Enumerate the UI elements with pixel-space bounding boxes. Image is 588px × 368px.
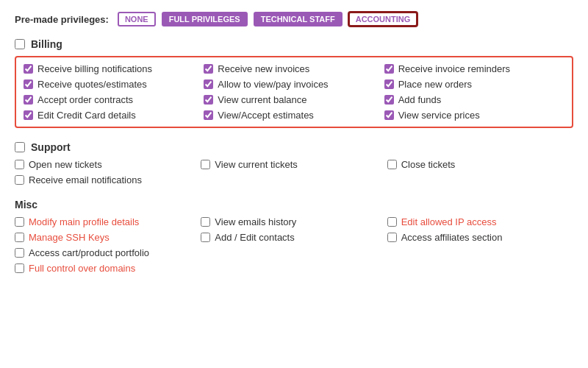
- billing-grid: Receive billing notifications Receive ne…: [24, 63, 564, 121]
- billing-cb-9[interactable]: [24, 110, 33, 120]
- misc-label-3[interactable]: Manage SSH Keys: [29, 232, 110, 243]
- misc-item-3: Manage SSH Keys: [15, 232, 201, 243]
- badge-accounting[interactable]: ACCOUNTING: [348, 12, 418, 26]
- billing-label-2[interactable]: Receive invoice reminders: [398, 63, 510, 74]
- billing-label-9[interactable]: Edit Credit Card details: [37, 110, 136, 121]
- billing-cb-2[interactable]: [384, 64, 394, 74]
- misc-cb-9[interactable]: [15, 263, 24, 273]
- billing-item-6: Accept order contracts: [24, 94, 204, 105]
- billing-title: Billing: [31, 38, 62, 50]
- billing-item-0: Receive billing notifications: [24, 63, 204, 74]
- support-title: Support: [31, 141, 71, 153]
- misc-section: Misc Modify main profile details View em…: [15, 199, 573, 274]
- billing-cb-7[interactable]: [204, 95, 213, 105]
- billing-box: Receive billing notifications Receive ne…: [15, 56, 573, 128]
- support-item-3: Receive email notifications: [15, 174, 201, 185]
- support-cb-2[interactable]: [387, 160, 397, 169]
- billing-cb-5[interactable]: [384, 79, 394, 89]
- billing-cb-10[interactable]: [204, 110, 213, 120]
- billing-label-4[interactable]: Allow to view/pay invoices: [218, 79, 328, 90]
- support-section: Support Open new tickets View current ti…: [15, 141, 573, 185]
- support-cb-3[interactable]: [15, 175, 24, 185]
- misc-grid: Modify main profile details View emails …: [15, 216, 573, 274]
- billing-item-7: View current balance: [204, 94, 384, 105]
- support-label-2[interactable]: Close tickets: [401, 159, 456, 170]
- support-cb-0[interactable]: [15, 160, 24, 169]
- billing-item-1: Receive new invoices: [204, 63, 384, 74]
- misc-label-0[interactable]: Modify main profile details: [29, 216, 139, 227]
- premade-privileges-row: Pre-made privileges: NONE FULL PRIVILEGE…: [15, 12, 573, 26]
- billing-header: Billing: [15, 38, 573, 50]
- misc-item-empty-1: [201, 247, 387, 258]
- misc-cb-2[interactable]: [387, 217, 397, 227]
- billing-item-10: View/Accept estimates: [204, 110, 384, 121]
- misc-cb-1[interactable]: [201, 217, 210, 227]
- misc-label-4[interactable]: Add / Edit contacts: [215, 232, 294, 243]
- billing-cb-8[interactable]: [384, 95, 394, 105]
- billing-item-8: Add funds: [384, 94, 564, 105]
- misc-item-2: Edit allowed IP access: [387, 216, 573, 227]
- billing-label-6[interactable]: Accept order contracts: [37, 94, 133, 105]
- support-label-0[interactable]: Open new tickets: [29, 159, 102, 170]
- billing-item-5: Place new orders: [384, 79, 564, 90]
- billing-label-7[interactable]: View current balance: [218, 94, 306, 105]
- misc-item-4: Add / Edit contacts: [201, 232, 387, 243]
- badge-technical-staff[interactable]: TECHNICAL STAFF: [254, 12, 343, 26]
- support-section-checkbox[interactable]: [15, 142, 25, 152]
- misc-item-0: Modify main profile details: [15, 216, 201, 227]
- misc-cb-5[interactable]: [387, 233, 397, 242]
- billing-cb-3[interactable]: [24, 79, 33, 89]
- billing-item-3: Receive quotes/estimates: [24, 79, 204, 90]
- billing-cb-0[interactable]: [24, 64, 33, 74]
- billing-cb-4[interactable]: [204, 79, 213, 89]
- badge-none[interactable]: NONE: [118, 12, 156, 26]
- premade-label: Pre-made privileges:: [15, 14, 109, 25]
- misc-item-empty-2: [387, 247, 573, 258]
- misc-cb-6[interactable]: [15, 248, 24, 258]
- billing-item-4: Allow to view/pay invoices: [204, 79, 384, 90]
- misc-item-1: View emails history: [201, 216, 387, 227]
- billing-cb-6[interactable]: [24, 95, 33, 105]
- support-grid: Open new tickets View current tickets Cl…: [15, 159, 573, 185]
- misc-label-5[interactable]: Access affiliates section: [401, 232, 503, 243]
- billing-item-2: Receive invoice reminders: [384, 63, 564, 74]
- billing-section: Billing Receive billing notifications Re…: [15, 38, 573, 128]
- billing-cb-11[interactable]: [384, 110, 394, 120]
- misc-item-5: Access affiliates section: [387, 232, 573, 243]
- billing-item-9: Edit Credit Card details: [24, 110, 204, 121]
- billing-cb-1[interactable]: [204, 64, 213, 74]
- billing-label-0[interactable]: Receive billing notifications: [37, 63, 152, 74]
- misc-header: Misc: [15, 199, 573, 210]
- billing-item-11: View service prices: [384, 110, 564, 121]
- billing-label-3[interactable]: Receive quotes/estimates: [37, 79, 147, 90]
- support-label-3[interactable]: Receive email notifications: [29, 174, 142, 185]
- misc-item-9: Full control over domains: [15, 263, 201, 274]
- support-item-2: Close tickets: [387, 159, 573, 170]
- badge-full-privileges[interactable]: FULL PRIVILEGES: [162, 12, 248, 26]
- support-item-1: View current tickets: [201, 159, 387, 170]
- billing-label-11[interactable]: View service prices: [398, 110, 480, 121]
- misc-cb-0[interactable]: [15, 217, 24, 227]
- misc-cb-3[interactable]: [15, 233, 24, 242]
- support-cb-1[interactable]: [201, 160, 210, 169]
- misc-label-2[interactable]: Edit allowed IP access: [401, 216, 497, 227]
- billing-label-1[interactable]: Receive new invoices: [218, 63, 309, 74]
- misc-label-1[interactable]: View emails history: [215, 216, 296, 227]
- misc-cb-4[interactable]: [201, 233, 210, 242]
- billing-section-checkbox[interactable]: [15, 39, 25, 49]
- support-label-1[interactable]: View current tickets: [215, 159, 297, 170]
- support-item-0: Open new tickets: [15, 159, 201, 170]
- misc-label-9[interactable]: Full control over domains: [29, 263, 135, 274]
- billing-label-8[interactable]: Add funds: [398, 94, 442, 105]
- misc-item-6: Access cart/product portfolio: [15, 247, 201, 258]
- billing-label-10[interactable]: View/Accept estimates: [218, 110, 314, 121]
- billing-label-5[interactable]: Place new orders: [398, 79, 472, 90]
- misc-title: Misc: [15, 199, 37, 210]
- support-header: Support: [15, 141, 573, 153]
- misc-label-6[interactable]: Access cart/product portfolio: [29, 247, 149, 258]
